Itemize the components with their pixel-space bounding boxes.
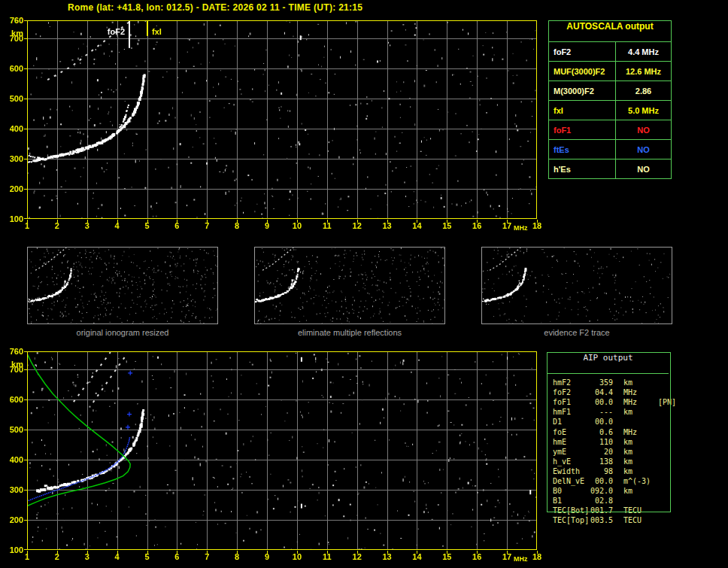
autoscala-row-ftEs: ftEsNO [549, 140, 671, 159]
aip-row-value: 001.7 [590, 506, 613, 515]
aip-row-value: 138 [590, 457, 613, 466]
aip-row-unit: MHz [623, 388, 658, 396]
x-axis-unit-label: MHz [514, 224, 528, 232]
aip-row-B0: B0092.0km [553, 486, 676, 496]
aip-row-ymE: ymE20km [553, 447, 676, 457]
aip-row-value: --- [590, 408, 613, 416]
aip-row-value: 20 [590, 448, 613, 456]
y-tick-label: 400 [0, 124, 23, 133]
aip-row-value: 04.4 [590, 388, 613, 396]
aip-row-unit: TECU [623, 506, 658, 515]
thumbnail-caption-original: original ionogram resized [27, 328, 218, 337]
aip-row-h_vE: h_vE138km [553, 457, 676, 466]
aip-row-unit: m^(-3) [623, 477, 658, 485]
autoscala-output-table: AUTOSCALA output foF24.4 MHzMUF(3000)F21… [548, 20, 672, 179]
x-tick-label: 14 [412, 552, 421, 561]
y-tick-label: 600 [0, 64, 23, 73]
x-tick-label: 1 [25, 552, 29, 561]
y-tick-label: 760 [0, 347, 23, 356]
page-title: Rome (lat: +41.8, lon: 012.5) - DATE: 20… [68, 2, 362, 13]
x-tick-label: 11 [323, 221, 332, 230]
aip-row-hmF1: hmF1---km [553, 407, 676, 417]
x-tick-label: 15 [442, 552, 451, 561]
autoscala-row-value: 12.6 MHz [616, 62, 671, 80]
aip-row-label: h_vE [553, 457, 590, 466]
y-tick-label: 300 [0, 154, 23, 163]
autoscala-row-value: 2.86 [616, 81, 671, 100]
aip-row-label: D1 [553, 418, 590, 426]
aip-row-value: 003.5 [590, 516, 613, 524]
autoscala-row-label: M(3000)F2 [549, 81, 616, 100]
aip-row-label: B0 [553, 487, 590, 495]
aip-row-hmF2: hmF2359km [553, 378, 676, 387]
aip-row-label: foE [553, 428, 590, 436]
y-tick-label: 100 [0, 545, 23, 554]
x-tick-label: 17 [502, 221, 511, 230]
aip-row-value: 02.8 [590, 497, 613, 505]
autoscala-row-M(3000)F2: M(3000)F22.86 [549, 81, 671, 101]
aip-row-Ewidth: Ewidth98km [553, 466, 676, 476]
autoscala-row-foF1: foF1NO [549, 120, 671, 140]
aip-row-TEC[Bot]: TEC[Bot]001.7TECU [553, 506, 676, 515]
aip-row-value: 0.6 [590, 428, 613, 436]
autoscala-row-value: NO [616, 159, 671, 178]
autoscala-row-value: NO [616, 140, 671, 159]
x-tick-label: 13 [382, 221, 391, 230]
x-tick-label: 11 [323, 552, 332, 561]
top-ionogram-canvas [24, 20, 538, 223]
bottom-ionogram-canvas [24, 351, 538, 554]
aip-row-foF2: foF204.4MHz [553, 387, 676, 397]
aip-row-unit: km [623, 467, 658, 475]
aip-table-rows: hmF2359kmfoF204.4MHzfoF100.0MHz[PN]hmF1-… [553, 378, 676, 525]
aip-row-unit: MHz [623, 428, 658, 436]
thumbnail-caption-evidence: evidence F2 trace [481, 328, 672, 337]
x-tick-label: 18 [532, 552, 541, 561]
aip-row-foE: foE0.6MHz [553, 427, 676, 436]
thumbnail-eliminate-reflections [254, 247, 445, 324]
aip-row-label: foF1 [553, 398, 590, 406]
aip-row-value: 359 [590, 378, 613, 387]
y-tick-label: 760 [0, 16, 23, 25]
x-tick-label: 17 [502, 552, 511, 561]
y-tick-label: 500 [0, 425, 23, 434]
thumbnail-evidence-f2 [481, 247, 672, 324]
x-tick-label: 9 [265, 552, 269, 561]
x-tick-label: 12 [353, 552, 362, 561]
x-tick-label: 9 [265, 221, 269, 230]
x-tick-label: 7 [205, 552, 209, 561]
aip-row-label: Ewidth [553, 467, 590, 475]
aip-row-value: 00.0 [590, 398, 613, 406]
thumbnail-evidence-canvas [482, 248, 672, 323]
y-axis-unit-label: km [0, 29, 23, 38]
x-tick-label: 16 [472, 221, 481, 230]
y-tick-label: 500 [0, 94, 23, 103]
x-tick-label: 12 [353, 221, 362, 230]
autoscala-row-MUF(3000)F2: MUF(3000)F212.6 MHz [549, 62, 671, 81]
aip-row-label: foF2 [553, 388, 590, 396]
aip-row-DelN_vE: DelN_vE00.0m^(-3) [553, 476, 676, 486]
aip-row-label: hmF2 [553, 378, 590, 387]
x-tick-label: 6 [174, 221, 179, 230]
aip-row-unit: MHz [623, 398, 658, 406]
aip-row-unit: km [623, 487, 658, 495]
aip-row-D1: D100.0 [553, 417, 676, 427]
thumbnail-original-canvas [28, 248, 217, 323]
aip-row-label: B1 [553, 497, 590, 505]
autoscala-row-label: MUF(3000)F2 [549, 62, 616, 80]
x-axis-unit-label: MHz [514, 555, 528, 563]
autoscala-row-label: fxI [549, 101, 616, 120]
x-tick-label: 4 [115, 221, 120, 230]
thumbnail-original-ionogram [27, 247, 218, 324]
autoscala-table-rows: foF24.4 MHzMUF(3000)F212.6 MHzM(3000)F22… [549, 42, 671, 178]
aip-row-B1: B102.8 [553, 496, 676, 506]
x-tick-label: 1 [25, 221, 29, 230]
x-tick-label: 7 [205, 221, 209, 230]
aip-row-hmE: hmE110km [553, 437, 676, 447]
aip-row-value: 00.0 [590, 418, 613, 426]
x-tick-label: 10 [293, 552, 302, 561]
y-tick-label: 300 [0, 485, 23, 494]
x-tick-label: 16 [472, 552, 481, 561]
aip-row-unit: km [623, 457, 658, 466]
aip-row-label: hmE [553, 438, 590, 446]
aip-table-title: AIP output [548, 353, 669, 374]
